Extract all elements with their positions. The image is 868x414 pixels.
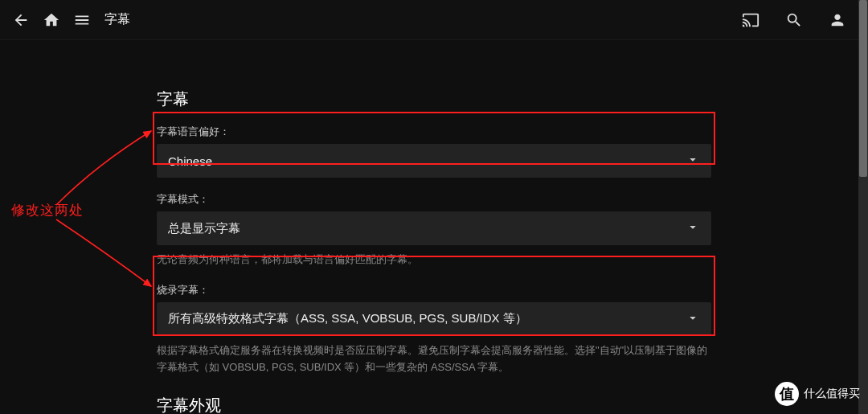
profile-button[interactable]	[823, 6, 852, 35]
chevron-down-icon	[686, 310, 700, 327]
page-title-bar: 字幕	[104, 11, 130, 28]
field-language: 字幕语言偏好： Chinese	[157, 125, 711, 178]
field-label-mode: 字幕模式：	[157, 192, 711, 207]
watermark-text: 什么值得买	[804, 387, 860, 401]
menu-button[interactable]	[68, 6, 96, 35]
chevron-down-icon	[686, 220, 700, 237]
select-burn[interactable]: 所有高级特效格式字幕（ASS, SSA, VOBSUB, PGS, SUB/ID…	[157, 302, 711, 336]
home-button[interactable]	[37, 6, 66, 35]
chevron-down-icon	[686, 153, 700, 170]
cast-icon	[742, 11, 760, 29]
menu-icon	[73, 11, 91, 29]
section-heading-appearance: 字幕外观	[157, 395, 711, 414]
page-heading: 字幕	[157, 88, 711, 110]
search-button[interactable]	[780, 6, 809, 35]
arrow-left-icon	[12, 11, 30, 29]
field-label-burn: 烧录字幕：	[157, 283, 711, 297]
home-icon	[43, 11, 60, 29]
help-text-mode: 无论音频为何种语言，都将加载与语言偏好匹配的字幕。	[157, 252, 711, 268]
select-language-value: Chinese	[168, 154, 212, 168]
person-icon	[829, 11, 846, 29]
watermark-badge: 值	[775, 382, 799, 406]
top-bar: 字幕	[0, 0, 868, 40]
select-language[interactable]: Chinese	[157, 144, 711, 178]
back-button[interactable]	[6, 6, 35, 35]
search-icon	[785, 11, 803, 29]
watermark: 值 什么值得买	[775, 382, 860, 406]
scrollbar-thumb[interactable]	[859, 0, 867, 177]
cast-button[interactable]	[736, 6, 765, 35]
field-burn: 烧录字幕： 所有高级特效格式字幕（ASS, SSA, VOBSUB, PGS, …	[157, 283, 711, 376]
field-label-language: 字幕语言偏好：	[157, 125, 711, 139]
settings-content: 字幕 字幕语言偏好： Chinese 字幕模式： 总是显示字幕 无论音频为何种语…	[157, 88, 711, 414]
select-burn-value: 所有高级特效格式字幕（ASS, SSA, VOBSUB, PGS, SUB/ID…	[168, 311, 527, 326]
select-mode-value: 总是显示字幕	[168, 221, 240, 236]
vertical-scrollbar[interactable]	[858, 0, 868, 414]
field-mode: 字幕模式： 总是显示字幕 无论音频为何种语言，都将加载与语言偏好匹配的字幕。	[157, 192, 711, 268]
select-mode[interactable]: 总是显示字幕	[157, 211, 711, 245]
help-text-burn: 根据字幕格式确定服务器在转换视频时是否应压制字幕。避免压制字幕会提高服务器性能。…	[157, 342, 711, 376]
annotation-text: 修改这两处	[11, 201, 84, 219]
